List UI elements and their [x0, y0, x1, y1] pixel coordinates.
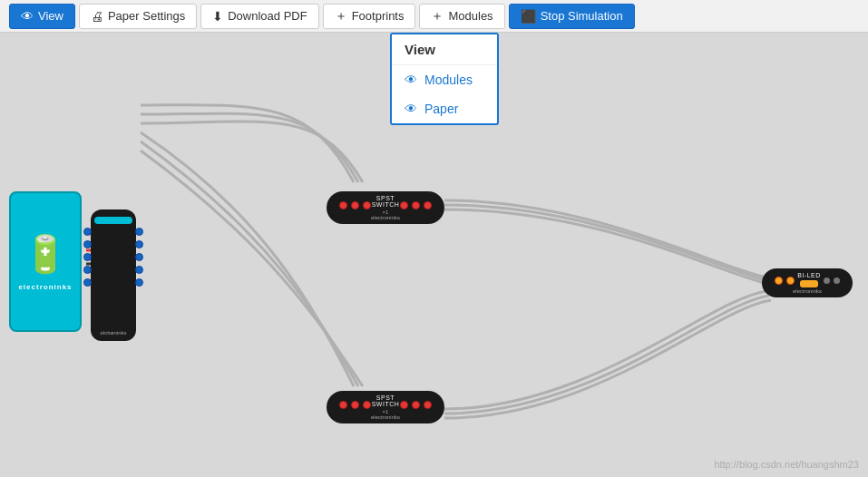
port-blue-3[interactable] — [83, 253, 92, 261]
port-red-b1[interactable] — [339, 401, 347, 409]
battery-icon: 🔋 — [23, 233, 68, 276]
ctrl-ports-left — [83, 228, 92, 287]
watermark-text: http://blog.csdn.net/huangshm23 — [714, 459, 859, 470]
switch-bottom-info: SPST SWITCH ×1 — [371, 394, 400, 414]
bi-led-right-ports — [824, 277, 840, 284]
port-red-1[interactable] — [339, 201, 347, 209]
bi-led-info: BI-LED — [797, 272, 821, 288]
switch-top-info: SPST SWITCH ×1 — [371, 195, 400, 215]
bi-led-component[interactable]: BI-LED electroninks — [762, 268, 853, 297]
bi-led-left-ports — [775, 277, 795, 285]
switch-top-component[interactable]: SPST SWITCH ×1 electroninks — [327, 191, 444, 224]
port-blue-r3[interactable] — [135, 253, 143, 261]
download-pdf-label: Download PDF — [228, 9, 307, 23]
download-pdf-button[interactable]: ⬇ Download PDF — [200, 4, 318, 29]
port-red-b4[interactable] — [400, 401, 408, 409]
port-blue-5[interactable] — [83, 278, 92, 287]
bi-led-display — [800, 280, 818, 287]
view-button[interactable]: 👁 View — [9, 4, 75, 29]
dropdown-item-modules[interactable]: 👁 Modules — [392, 65, 497, 94]
ctrl-brand: elctrøninks — [100, 330, 126, 336]
port-yellow-1[interactable] — [775, 277, 783, 285]
port-red-5[interactable] — [412, 201, 420, 209]
modules-button[interactable]: ＋ Modules — [419, 4, 504, 29]
switch-bottom-brand: electroninks — [371, 414, 400, 420]
eye-icon: 👁 — [21, 9, 34, 24]
port-blue-4[interactable] — [83, 266, 92, 274]
view-dropdown: View 👁 Modules 👁 Paper — [390, 33, 499, 125]
dropdown-modules-label: Modules — [424, 73, 473, 87]
stop-icon: ⬛ — [521, 9, 536, 24]
bi-led-brand: electroninks — [793, 288, 822, 294]
dropdown-title: View — [392, 34, 497, 65]
ctrl-indicator — [94, 217, 132, 224]
port-red-6[interactable] — [424, 201, 432, 209]
port-red-2[interactable] — [351, 201, 359, 209]
port-gray-1[interactable] — [824, 277, 830, 284]
plus-icon: ＋ — [335, 8, 347, 24]
port-red-b6[interactable] — [424, 401, 432, 409]
controller-component[interactable]: elctrøninks — [91, 209, 141, 350]
printer-icon: 🖨 — [91, 9, 103, 24]
watermark: http://blog.csdn.net/huangshm23 — [714, 459, 859, 470]
eye-icon-modules: 👁 — [405, 73, 417, 87]
switch-top-left-ports — [339, 201, 371, 209]
port-yellow-2[interactable] — [786, 277, 795, 285]
port-blue-r1[interactable] — [135, 228, 143, 236]
stop-simulation-label: Stop Simulation — [541, 9, 623, 23]
port-red-3[interactable] — [363, 201, 371, 209]
view-label: View — [38, 9, 63, 23]
port-gray-2[interactable] — [834, 277, 840, 284]
modules-label: Modules — [448, 9, 493, 23]
port-blue-r2[interactable] — [135, 240, 143, 248]
dropdown-paper-label: Paper — [424, 102, 458, 116]
port-red-b5[interactable] — [412, 401, 420, 409]
ctrl-ports-right — [135, 228, 143, 287]
switch-bottom-component[interactable]: SPST SWITCH ×1 electroninks — [327, 391, 444, 423]
battery-brand: electroninks — [18, 283, 72, 291]
paper-settings-label: Paper Settings — [108, 9, 185, 23]
port-red-b2[interactable] — [351, 401, 359, 409]
footprints-button[interactable]: ＋ Footprints — [323, 4, 416, 29]
paper-settings-button[interactable]: 🖨 Paper Settings — [79, 4, 197, 29]
dropdown-item-paper[interactable]: 👁 Paper — [392, 94, 497, 123]
download-icon: ⬇ — [212, 9, 223, 24]
switch-bottom-left-ports — [339, 401, 371, 409]
port-blue-r5[interactable] — [135, 278, 143, 287]
port-red-4[interactable] — [400, 201, 408, 209]
eye-icon-paper: 👁 — [405, 102, 417, 116]
switch-bottom-label: SPST SWITCH — [371, 394, 400, 407]
stop-simulation-button[interactable]: ⬛ Stop Simulation — [509, 4, 635, 29]
port-blue-r4[interactable] — [135, 266, 143, 274]
footprints-label: Footprints — [352, 9, 405, 23]
port-blue-2[interactable] — [83, 240, 92, 248]
switch-top-right-ports — [400, 201, 432, 209]
switch-bottom-right-ports — [400, 401, 432, 409]
port-red-b3[interactable] — [363, 401, 371, 409]
toolbar: 👁 View 🖨 Paper Settings ⬇ Download PDF ＋… — [0, 0, 868, 33]
bi-led-label: BI-LED — [797, 272, 821, 278]
switch-top-brand: electroninks — [371, 215, 400, 220]
plus-icon2: ＋ — [431, 8, 444, 24]
port-blue-1[interactable] — [83, 228, 92, 236]
battery-component[interactable]: 🔋 electroninks — [9, 191, 91, 350]
switch-top-label: SPST SWITCH — [371, 195, 400, 208]
